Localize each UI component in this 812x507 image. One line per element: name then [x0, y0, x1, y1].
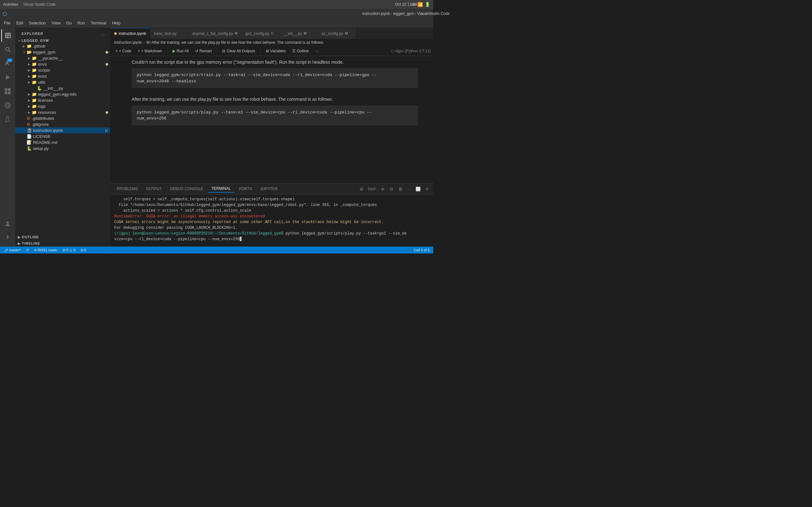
activity-remote[interactable]: [1, 99, 14, 112]
terminal-tab-ports[interactable]: PORTS: [235, 185, 256, 192]
cell-2-edit-button[interactable]: ✏: [395, 96, 403, 103]
status-remote-errors[interactable]: ⊘ 0: [79, 248, 88, 252]
cell-split-button[interactable]: ⊟: [404, 59, 412, 66]
app-label: Visual Studio Code: [23, 2, 55, 7]
restart-button[interactable]: ↺ Restart: [193, 48, 214, 54]
menu-file[interactable]: File: [1, 19, 13, 26]
tree-item-gitignore[interactable]: ⚙ .gitignore: [15, 121, 110, 127]
tab-instruction-ipynb[interactable]: instruction.ipynb: [110, 28, 150, 39]
activity-run-debug[interactable]: [1, 71, 14, 83]
ros-label: ROS1.noetic: [38, 248, 57, 252]
tree-label: .gitattributes: [32, 116, 110, 121]
terminal-new-button[interactable]: ⊕: [379, 185, 386, 193]
activity-settings[interactable]: [1, 231, 14, 244]
toolbar-separator3: [260, 48, 261, 54]
breadcrumb-section[interactable]: M↑After the training, we can use the pla…: [147, 40, 324, 45]
cell-more-button[interactable]: ···: [413, 59, 420, 66]
kernel-label[interactable]: rlgpu (Python 3.7.12): [395, 49, 431, 53]
status-git-branch[interactable]: ⎇ master*: [3, 248, 22, 252]
variables-button[interactable]: ⊞ Variables: [263, 48, 288, 54]
terminal-layout-icon[interactable]: ⊞: [358, 185, 365, 193]
tree-item-tests[interactable]: ▶ 📁 tests: [15, 73, 110, 79]
terminal-split-button[interactable]: ⊟: [388, 185, 395, 193]
tree-item-scripts[interactable]: ▶ 📁 scripts: [15, 67, 110, 73]
terminal-maximize-button[interactable]: ⬜: [414, 185, 422, 193]
cell-2-split-button[interactable]: ⊟: [404, 96, 412, 103]
menu-help[interactable]: Help: [109, 19, 123, 26]
menu-run[interactable]: Run: [75, 19, 88, 26]
terminal-tab-jupyter[interactable]: JUPYTER: [257, 185, 282, 192]
status-cell-info[interactable]: Cell 3 of 3: [412, 248, 431, 252]
run-all-button[interactable]: ▶ Run All: [170, 48, 191, 54]
folder-collapsed-icon: ▶: [27, 105, 32, 108]
activity-search[interactable]: [1, 43, 14, 56]
terminal-more-button[interactable]: ···: [405, 185, 413, 193]
activities-label[interactable]: Activities: [3, 2, 18, 7]
tree-item-license[interactable]: 📄 LICENSE: [15, 133, 110, 139]
tab-go1-config[interactable]: go1_config.py U: [242, 28, 280, 39]
status-ros[interactable]: ✕ ROS1.noetic: [33, 248, 59, 252]
terminal-content[interactable]: self.torques = self._compute_torques(sel…: [110, 194, 433, 246]
tree-item-egg-info[interactable]: ▶ 📁 legged_gym.egg-info: [15, 91, 110, 97]
menu-go[interactable]: Go: [64, 19, 74, 26]
activity-explorer[interactable]: [1, 29, 14, 42]
tabs-bar: instruction.ipynb base_task.py anymal_c_…: [110, 28, 433, 39]
cell-delete-button[interactable]: 🗑: [422, 59, 429, 66]
breadcrumb-file[interactable]: instruction.ipynb: [114, 40, 142, 45]
tree-label: legged_gym: [33, 50, 106, 55]
menu-edit[interactable]: Edit: [14, 19, 26, 26]
menu-selection[interactable]: Selection: [26, 19, 48, 26]
terminal-tab-terminal[interactable]: TERMINAL: [208, 185, 235, 193]
tab-a1-config[interactable]: a1_config.py M: [318, 28, 356, 39]
tree-item-instruction-ipynb[interactable]: 📓 instruction.ipynb U: [15, 127, 110, 133]
cell-2-delete-button[interactable]: 🗑: [422, 96, 429, 103]
terminal-kill-button[interactable]: 🗑: [397, 185, 404, 193]
activity-accounts[interactable]: [1, 217, 14, 230]
terminal-tab-output[interactable]: OUTPUT: [142, 185, 165, 192]
toolbar-more-button[interactable]: ···: [313, 48, 321, 54]
tab-base-task[interactable]: base_task.py: [150, 28, 189, 39]
tab-modified-indicator: M: [235, 32, 237, 35]
tree-item-utils[interactable]: ▶ 📁 utils: [15, 79, 110, 85]
tree-item-readme[interactable]: 📝 README.md: [15, 139, 110, 146]
cell-2-more-button[interactable]: ···: [413, 96, 420, 103]
tree-item-pycache[interactable]: ▶ 📁 __pycache__: [15, 55, 110, 61]
activity-testing[interactable]: [1, 113, 14, 125]
tree-item-github[interactable]: ▶ 📁 .github: [15, 43, 110, 49]
outline-section[interactable]: ▶ OUTLINE: [15, 234, 110, 240]
cell-edit-button[interactable]: ✏: [395, 59, 403, 66]
activity-extensions[interactable]: [1, 85, 14, 98]
tree-item-gitattributes[interactable]: ⚙ .gitattributes: [15, 115, 110, 121]
toolbar-separator2: [217, 48, 217, 54]
tree-item-legged-gym-folder[interactable]: ▾ 📂 legged_gym: [15, 49, 110, 55]
tree-item-setup-py[interactable]: 🐍 setup.py: [15, 146, 110, 152]
tab-anymal-config[interactable]: anymal_c_flat_config.py M: [189, 28, 242, 39]
tree-root-legged-gym[interactable]: ▾ LEGGED_GYM: [15, 38, 110, 43]
menu-terminal[interactable]: Terminal: [88, 19, 109, 26]
add-code-button[interactable]: + + Code: [113, 48, 134, 54]
clear-outputs-button[interactable]: ⊟ Clear All Outputs: [219, 48, 258, 54]
add-markdown-button[interactable]: + + Markdown: [135, 48, 165, 54]
tree-item-envs[interactable]: ▶ 📁 envs: [15, 61, 110, 67]
status-errors[interactable]: ⊘ 0 ⚠ 0: [61, 248, 77, 252]
activity-source-control[interactable]: 12: [1, 57, 14, 70]
tab-m2-indicator: M: [345, 32, 348, 35]
tree-item-logs[interactable]: ▶ 📁 logs: [15, 103, 110, 109]
outline-button[interactable]: ☰ Outline: [290, 48, 311, 54]
terminal-area: PROBLEMS OUTPUT DEBUG CONSOLE TERMINAL P…: [110, 183, 433, 246]
terminal-tab-problems[interactable]: PROBLEMS: [113, 185, 142, 192]
tree-item-init-py[interactable]: 🐍 __init__.py: [15, 85, 110, 91]
timeline-arrow: ▶: [18, 242, 20, 245]
tab-init-py[interactable]: __init__.py M: [280, 28, 318, 39]
sidebar-more-button[interactable]: ...: [101, 31, 106, 37]
timeline-section[interactable]: ▶ TIMELINE: [15, 240, 110, 246]
terminal-close-button[interactable]: ✕: [423, 185, 431, 193]
tree-item-resources[interactable]: ▶ 📁 resources: [15, 109, 110, 115]
status-sync[interactable]: ↺: [25, 248, 30, 252]
terminal-tab-debug-console[interactable]: DEBUG CONSOLE: [166, 185, 207, 192]
tree-root-label: LEGGED_GYM: [21, 39, 110, 43]
menu-view[interactable]: View: [49, 19, 63, 26]
folder-collapsed-icon: ▶: [27, 68, 32, 72]
tree-item-licenses[interactable]: ▶ 📁 licenses: [15, 97, 110, 103]
add-markdown-label: + Markdown: [141, 49, 162, 53]
